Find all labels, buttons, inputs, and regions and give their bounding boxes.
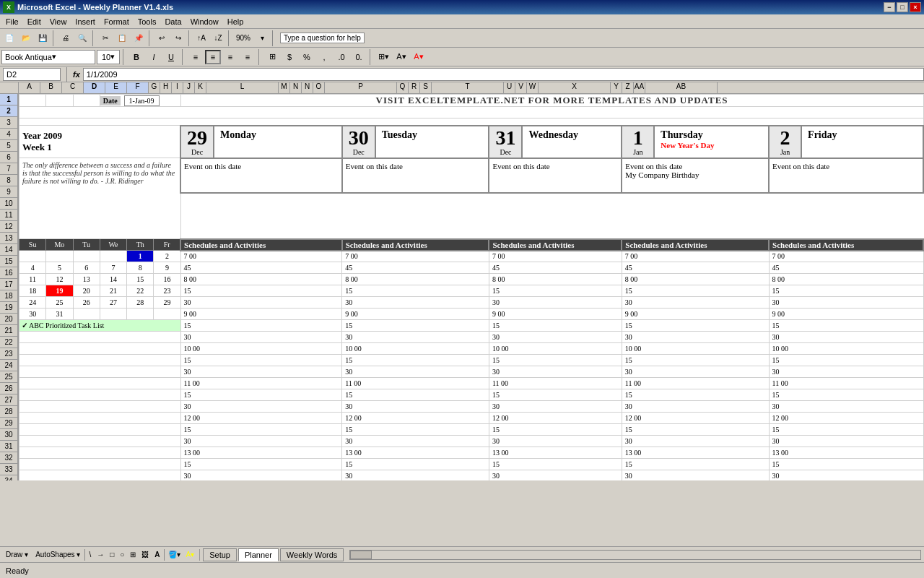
- mon-time-930[interactable]: 30: [180, 332, 342, 343]
- thu-time-900[interactable]: 9 00: [622, 309, 769, 320]
- tue-time-1130[interactable]: 30: [342, 401, 489, 413]
- wed-time-700[interactable]: 7 00: [489, 251, 622, 262]
- row-num-27[interactable]: 27: [0, 394, 17, 406]
- thu-time-800[interactable]: 8 00: [622, 274, 769, 285]
- row-num-31[interactable]: 31: [0, 441, 17, 452]
- redo-button[interactable]: ↪: [170, 30, 186, 46]
- task-row-5[interactable]: [19, 378, 181, 389]
- col-header-p[interactable]: P: [325, 82, 397, 93]
- tue-time-1330[interactable]: 30: [342, 470, 489, 481]
- col-header-j[interactable]: J: [183, 82, 195, 93]
- sort-asc-button[interactable]: ↑A: [193, 30, 209, 46]
- thu-time-830[interactable]: 30: [622, 297, 769, 309]
- col-header-f[interactable]: F: [127, 82, 149, 93]
- menu-file[interactable]: File: [1, 16, 23, 27]
- friday-event[interactable]: Event on this date: [769, 158, 923, 193]
- wed-time-1230[interactable]: 30: [489, 436, 622, 447]
- menu-help[interactable]: Help: [223, 16, 248, 27]
- task-row-4[interactable]: [19, 366, 181, 378]
- undo-button[interactable]: ↩: [154, 30, 170, 46]
- comma-button[interactable]: ,: [316, 50, 332, 64]
- fri-time-800[interactable]: 8 00: [769, 274, 923, 285]
- row-num-3[interactable]: 3: [0, 117, 17, 129]
- fri-time-915[interactable]: 15: [769, 320, 923, 332]
- fri-time-830[interactable]: 30: [769, 297, 923, 309]
- merge-button[interactable]: ⊞: [264, 50, 280, 64]
- row-num-15[interactable]: 15: [0, 256, 17, 267]
- task-row-2[interactable]: [19, 343, 181, 355]
- fri-time-1115[interactable]: 15: [769, 389, 923, 401]
- preview-button[interactable]: 🔍: [74, 30, 90, 46]
- bold-button[interactable]: B: [128, 50, 144, 64]
- tab-planner[interactable]: Planner: [238, 548, 279, 561]
- row-num-11[interactable]: 11: [0, 210, 17, 221]
- oval-tool[interactable]: ○: [118, 551, 126, 558]
- mon-time-815[interactable]: 15: [180, 285, 342, 297]
- tue-time-1000[interactable]: 10 00: [342, 343, 489, 355]
- tue-time-1100[interactable]: 11 00: [342, 378, 489, 389]
- rect-tool[interactable]: □: [108, 551, 116, 558]
- wed-time-815[interactable]: 15: [489, 285, 622, 297]
- thu-time-1015[interactable]: 15: [622, 355, 769, 366]
- menu-insert[interactable]: Insert: [71, 16, 100, 27]
- menu-edit[interactable]: Edit: [23, 16, 45, 27]
- mon-time-745[interactable]: 45: [180, 262, 342, 274]
- row-num-17[interactable]: 17: [0, 279, 17, 290]
- tue-time-1315[interactable]: 15: [342, 459, 489, 470]
- borders-button[interactable]: ⊞▾: [375, 50, 392, 64]
- wed-time-800[interactable]: 8 00: [489, 274, 622, 285]
- fri-time-1315[interactable]: 15: [769, 459, 923, 470]
- fri-time-1130[interactable]: 30: [769, 401, 923, 413]
- cell-b1[interactable]: [46, 95, 73, 107]
- align-center-button[interactable]: ≡: [205, 50, 221, 64]
- line-tool[interactable]: \: [87, 551, 93, 558]
- col-header-x[interactable]: X: [539, 82, 611, 93]
- mon-time-1030[interactable]: 30: [180, 366, 342, 378]
- mon-time-700[interactable]: 7 00: [180, 251, 342, 262]
- thu-time-1330[interactable]: 30: [622, 470, 769, 481]
- thu-time-915[interactable]: 15: [622, 320, 769, 332]
- tuesday-event[interactable]: Event on this date: [342, 158, 489, 193]
- inc-decimal-button[interactable]: .0: [334, 50, 349, 64]
- cell-c1[interactable]: [73, 95, 100, 107]
- mon-time-1100[interactable]: 11 00: [180, 378, 342, 389]
- row-num-9[interactable]: 9: [0, 186, 17, 198]
- scroll-thumb[interactable]: [350, 551, 372, 559]
- text-tool[interactable]: A: [152, 551, 162, 558]
- fri-time-1215[interactable]: 15: [769, 424, 923, 436]
- mon-time-1200[interactable]: 12 00: [180, 413, 342, 424]
- thu-time-1130[interactable]: 30: [622, 401, 769, 413]
- align-left-button[interactable]: ≡: [188, 50, 204, 64]
- tue-time-915[interactable]: 15: [342, 320, 489, 332]
- col-header-w[interactable]: W: [527, 82, 539, 93]
- mon-time-900[interactable]: 9 00: [180, 309, 342, 320]
- mon-time-1300[interactable]: 13 00: [180, 447, 342, 459]
- maximize-button[interactable]: □: [897, 2, 908, 12]
- mon-time-915[interactable]: 15: [180, 320, 342, 332]
- menu-tools[interactable]: Tools: [134, 16, 161, 27]
- thu-time-815[interactable]: 15: [622, 285, 769, 297]
- tue-time-1200[interactable]: 12 00: [342, 413, 489, 424]
- tue-time-815[interactable]: 15: [342, 285, 489, 297]
- sort-desc-button[interactable]: ↓Z: [210, 30, 226, 46]
- date-input[interactable]: 1-Jan-09: [124, 95, 160, 106]
- task-row-13[interactable]: [19, 470, 181, 481]
- tue-time-1115[interactable]: 15: [342, 389, 489, 401]
- align-right-button[interactable]: ≡: [222, 50, 238, 64]
- dec-decimal-button[interactable]: 0.: [351, 50, 367, 64]
- row-num-26[interactable]: 26: [0, 383, 17, 394]
- font-color-button[interactable]: A▾: [411, 50, 427, 64]
- row-num-29[interactable]: 29: [0, 418, 17, 429]
- col-header-k[interactable]: K: [195, 82, 206, 93]
- col-header-l[interactable]: L: [206, 82, 279, 93]
- col-header-q[interactable]: Q: [397, 82, 409, 93]
- tue-time-745[interactable]: 45: [342, 262, 489, 274]
- mon-time-830[interactable]: 30: [180, 297, 342, 309]
- tue-time-830[interactable]: 30: [342, 297, 489, 309]
- thu-time-745[interactable]: 45: [622, 262, 769, 274]
- fill-color-button[interactable]: A▾: [393, 50, 409, 64]
- cell-reference-box[interactable]: [3, 68, 61, 81]
- fri-time-1015[interactable]: 15: [769, 355, 923, 366]
- wed-time-1300[interactable]: 13 00: [489, 447, 622, 459]
- col-header-g[interactable]: G: [149, 82, 160, 93]
